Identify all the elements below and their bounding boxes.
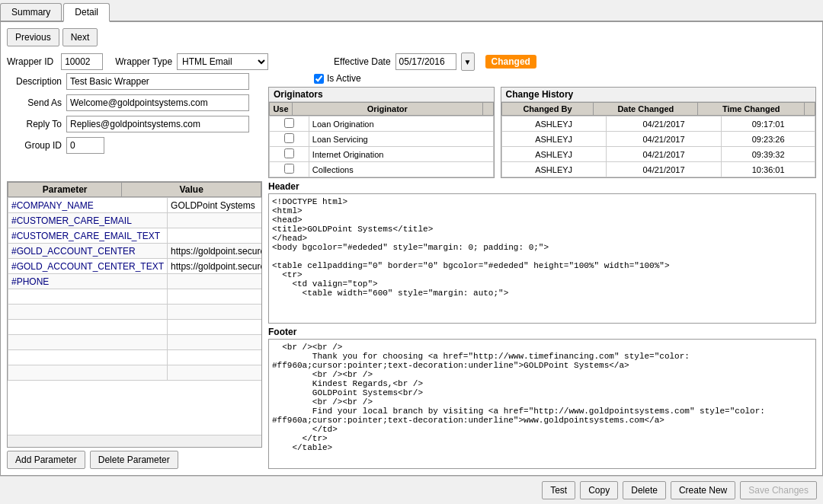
orig-use-checkbox[interactable] xyxy=(284,164,294,174)
param-cell: #CUSTOMER_CARE_EMAIL xyxy=(8,213,168,228)
code-panels: Header Footer xyxy=(268,181,816,469)
delete-parameter-button[interactable]: Delete Parameter xyxy=(90,451,178,469)
table-row: #CUSTOMER_CARE_EMAIL_TEXT xyxy=(8,228,262,244)
value-cell xyxy=(168,274,261,289)
param-cell: #PHONE xyxy=(8,274,168,289)
panels-row: Originators Use Originator xyxy=(268,87,816,178)
create-new-button[interactable]: Create New xyxy=(671,481,735,499)
changed-by-cell: ASHLEYJ xyxy=(501,116,606,132)
add-parameter-button[interactable]: Add Parameter xyxy=(7,451,85,469)
right-top-panels: Is Active Originators Use Originato xyxy=(268,73,816,178)
delete-button[interactable]: Delete xyxy=(623,481,666,499)
change-row: ASHLEYJ 04/21/2017 09:39:32 xyxy=(501,147,815,162)
date-changed-cell: 04/21/2017 xyxy=(606,162,722,177)
value-cell xyxy=(168,213,261,228)
orig-use-col: Use xyxy=(270,103,293,116)
value-col-header: Value xyxy=(122,183,261,197)
param-hscroll[interactable] xyxy=(8,435,261,447)
wrapper-id-input[interactable] xyxy=(61,53,103,70)
param-cell xyxy=(8,289,168,305)
param-cell xyxy=(8,350,168,365)
param-cell: #COMPANY_NAME xyxy=(8,198,168,213)
effective-date-dropdown[interactable]: ▼ xyxy=(461,53,475,71)
save-changes-button[interactable]: Save Changes xyxy=(740,481,817,499)
orig-row: Loan Origination xyxy=(270,116,494,132)
copy-button[interactable]: Copy xyxy=(580,481,618,499)
lower-section: Parameter Value #COMPANY_NAME GOLDPoint … xyxy=(7,181,816,469)
reply-to-row: Reply To xyxy=(7,116,262,132)
change-scroll-area[interactable]: ASHLEYJ 04/21/2017 09:17:01 ASHLEYJ 04/2… xyxy=(501,116,815,177)
header-title: Header xyxy=(268,181,816,192)
param-cell xyxy=(8,305,168,320)
effective-date-input[interactable] xyxy=(395,53,456,70)
test-button[interactable]: Test xyxy=(542,481,575,499)
footer-textarea[interactable] xyxy=(268,339,816,469)
table-row: #COMPANY_NAME GOLDPoint Systems xyxy=(8,198,262,213)
changed-by-cell: ASHLEYJ xyxy=(501,132,606,147)
description-input[interactable] xyxy=(66,73,249,90)
table-row: #GOLD_ACCOUNT_CENTER https://goldpoint.s… xyxy=(8,244,262,259)
reply-to-label: Reply To xyxy=(7,119,62,129)
param-table-container: Parameter Value #COMPANY_NAME GOLDPoint … xyxy=(7,181,262,448)
table-row: #PHONE xyxy=(8,274,262,289)
param-cell xyxy=(8,365,168,381)
value-cell xyxy=(168,350,261,365)
change-row: ASHLEYJ 04/21/2017 09:17:01 xyxy=(501,116,815,132)
bottom-toolbar: Test Copy Delete Create New Save Changes xyxy=(0,476,823,504)
change-row: ASHLEYJ 04/21/2017 09:23:26 xyxy=(501,132,815,147)
param-cell xyxy=(8,335,168,350)
orig-name-cell: Collections xyxy=(309,162,493,177)
tab-bar: Summary Detail xyxy=(0,0,823,22)
param-cell: #CUSTOMER_CARE_EMAIL_TEXT xyxy=(8,228,168,244)
table-row xyxy=(8,335,262,350)
changed-by-col: Changed By xyxy=(501,103,594,116)
footer-section: Footer xyxy=(268,327,816,469)
change-history-table: Changed By Date Changed Time Changed xyxy=(501,102,815,116)
send-as-input[interactable] xyxy=(66,94,249,111)
changed-by-cell: ASHLEYJ xyxy=(501,162,606,177)
time-changed-cell: 09:23:26 xyxy=(722,132,815,147)
orig-name-cell: Loan Origination xyxy=(309,116,493,132)
orig-use-checkbox[interactable] xyxy=(284,118,294,128)
param-scroll-area[interactable]: #COMPANY_NAME GOLDPoint Systems #CUSTOME… xyxy=(8,197,261,435)
param-header-table: Parameter Value xyxy=(8,182,261,197)
originators-title: Originators xyxy=(269,88,494,102)
date-changed-col: Date Changed xyxy=(594,103,698,116)
previous-button[interactable]: Previous xyxy=(7,28,59,46)
value-cell xyxy=(168,365,261,381)
param-cell: #GOLD_ACCOUNT_CENTER_TEXT xyxy=(8,259,168,274)
footer-title: Footer xyxy=(268,327,816,337)
wrapper-type-select[interactable]: HTML Email xyxy=(177,53,268,70)
orig-name-cell: Loan Servicing xyxy=(309,132,493,147)
tab-detail[interactable]: Detail xyxy=(63,3,110,22)
is-active-checkbox[interactable] xyxy=(314,74,324,84)
main-container: Summary Detail Previous Next Wrapper ID … xyxy=(0,0,823,504)
value-cell: https://goldpoint.secure xyxy=(168,259,261,274)
table-row: #CUSTOMER_CARE_EMAIL xyxy=(8,213,262,228)
group-id-label: Group ID xyxy=(7,140,62,151)
is-active-row: Is Active xyxy=(314,73,816,84)
is-active-label: Is Active xyxy=(327,73,361,84)
tab-summary[interactable]: Summary xyxy=(0,3,62,21)
header-textarea[interactable] xyxy=(268,193,816,324)
time-changed-col: Time Changed xyxy=(698,103,805,116)
left-form: Description Send As Reply To Group ID xyxy=(7,73,262,178)
change-data-table: ASHLEYJ 04/21/2017 09:17:01 ASHLEYJ 04/2… xyxy=(501,116,815,177)
send-as-label: Send As xyxy=(7,97,62,108)
value-cell xyxy=(168,335,261,350)
change-history-title: Change History xyxy=(501,88,815,102)
orig-use-checkbox[interactable] xyxy=(284,148,294,158)
description-row: Description xyxy=(7,73,262,90)
param-data-table: #COMPANY_NAME GOLDPoint Systems #CUSTOME… xyxy=(8,197,261,381)
content-area: Previous Next Wrapper ID Wrapper Type HT… xyxy=(0,22,823,476)
orig-use-checkbox[interactable] xyxy=(284,133,294,143)
group-id-input[interactable] xyxy=(66,137,104,154)
value-cell xyxy=(168,305,261,320)
changed-by-cell: ASHLEYJ xyxy=(501,147,606,162)
orig-scroll-area[interactable]: Loan Origination Loan Servicing Internet… xyxy=(269,116,494,177)
reply-to-input[interactable] xyxy=(66,116,249,132)
next-button[interactable]: Next xyxy=(62,28,98,46)
time-changed-cell: 09:39:32 xyxy=(722,147,815,162)
change-scroll-col xyxy=(805,103,815,116)
param-panel: Parameter Value #COMPANY_NAME GOLDPoint … xyxy=(7,181,262,469)
